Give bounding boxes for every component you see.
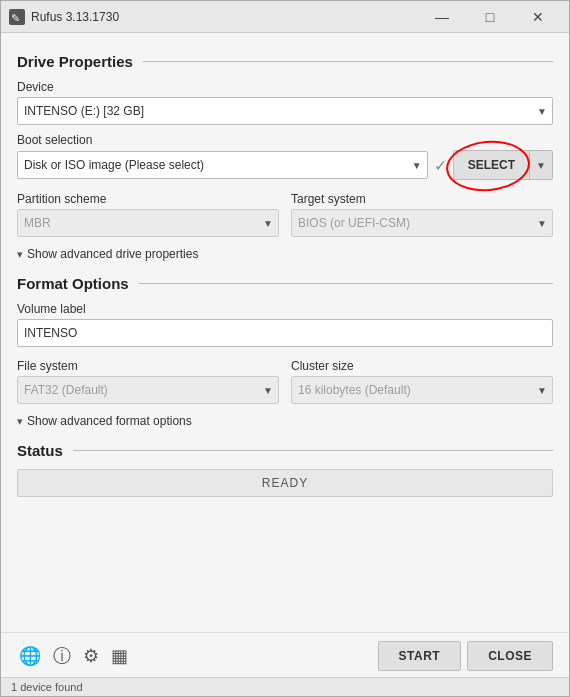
window-close-button[interactable]: ✕	[515, 2, 561, 32]
cluster-col: Cluster size 16 kilobytes (Default) ▼	[291, 351, 553, 404]
select-dropdown-button[interactable]: ▼	[530, 151, 552, 179]
status-title: Status	[17, 442, 63, 459]
bottom-icons: 🌐 ⓘ ⚙ ▦	[17, 642, 372, 670]
main-content: Drive Properties Device INTENSO (E:) [32…	[1, 33, 569, 632]
show-advanced-format-label: Show advanced format options	[27, 414, 192, 428]
target-system-label: Target system	[291, 192, 553, 206]
select-button-group: SELECT ▼	[453, 150, 553, 180]
device-count-text: 1 device found	[11, 681, 83, 693]
show-advanced-drive-button[interactable]: ▾ Show advanced drive properties	[17, 247, 553, 261]
main-window: ✎ Rufus 3.13.1730 — □ ✕ Drive Properties…	[0, 0, 570, 697]
maximize-button[interactable]: □	[467, 2, 513, 32]
format-options-header: Format Options	[17, 275, 553, 292]
format-options-title: Format Options	[17, 275, 129, 292]
svg-text:✎: ✎	[11, 12, 20, 24]
drive-properties-title: Drive Properties	[17, 53, 133, 70]
chevron-down-icon-2: ▾	[17, 415, 23, 428]
minimize-button[interactable]: —	[419, 2, 465, 32]
show-advanced-format-button[interactable]: ▾ Show advanced format options	[17, 414, 553, 428]
filesystem-select-wrapper: FAT32 (Default) ▼	[17, 376, 279, 404]
partition-scheme-select[interactable]: MBR	[17, 209, 279, 237]
select-main-button[interactable]: SELECT	[454, 151, 530, 179]
status-header: Status	[17, 442, 553, 459]
boot-selection-row: Disk or ISO image (Please select) ▼ ✓ SE…	[17, 150, 553, 180]
titlebar: ✎ Rufus 3.13.1730 — □ ✕	[1, 1, 569, 33]
close-button[interactable]: CLOSE	[467, 641, 553, 671]
check-icon: ✓	[434, 156, 447, 175]
boot-selection-select[interactable]: Disk or ISO image (Please select)	[17, 151, 428, 179]
target-system-select[interactable]: BIOS (or UEFI-CSM)	[291, 209, 553, 237]
device-select[interactable]: INTENSO (E:) [32 GB]	[17, 97, 553, 125]
partition-select-wrapper: MBR ▼	[17, 209, 279, 237]
filesystem-cluster-row: File system FAT32 (Default) ▼ Cluster si…	[17, 351, 553, 404]
file-system-label: File system	[17, 359, 279, 373]
status-divider	[73, 450, 553, 451]
device-label: Device	[17, 80, 553, 94]
boot-selection-label: Boot selection	[17, 133, 553, 147]
app-icon: ✎	[9, 9, 25, 25]
format-options-divider	[139, 283, 553, 284]
partition-scheme-label: Partition scheme	[17, 192, 279, 206]
partition-scheme-col: Partition scheme MBR ▼	[17, 184, 279, 237]
start-button[interactable]: START	[378, 641, 462, 671]
drive-properties-divider	[143, 61, 553, 62]
partition-target-row: Partition scheme MBR ▼ Target system BIO…	[17, 184, 553, 237]
target-system-col: Target system BIOS (or UEFI-CSM) ▼	[291, 184, 553, 237]
boot-select-wrapper: Disk or ISO image (Please select) ▼	[17, 151, 428, 179]
device-select-wrapper: INTENSO (E:) [32 GB] ▼	[17, 97, 553, 125]
show-advanced-drive-label: Show advanced drive properties	[27, 247, 198, 261]
volume-label-input[interactable]	[17, 319, 553, 347]
status-value: READY	[262, 476, 308, 490]
log-icon-button[interactable]: ▦	[109, 642, 130, 670]
cluster-size-select[interactable]: 16 kilobytes (Default)	[291, 376, 553, 404]
drive-properties-header: Drive Properties	[17, 53, 553, 70]
cluster-size-label: Cluster size	[291, 359, 553, 373]
cluster-select-wrapper: 16 kilobytes (Default) ▼	[291, 376, 553, 404]
filesystem-col: File system FAT32 (Default) ▼	[17, 351, 279, 404]
settings-icon-button[interactable]: ⚙	[81, 642, 101, 670]
volume-label-label: Volume label	[17, 302, 553, 316]
info-icon-button[interactable]: ⓘ	[51, 642, 73, 670]
status-bar: READY	[17, 469, 553, 497]
globe-icon-button[interactable]: 🌐	[17, 642, 43, 670]
file-system-select[interactable]: FAT32 (Default)	[17, 376, 279, 404]
chevron-down-icon: ▾	[17, 248, 23, 261]
window-controls: — □ ✕	[419, 2, 561, 32]
statusbar-bottom: 1 device found	[1, 677, 569, 696]
window-title: Rufus 3.13.1730	[31, 10, 413, 24]
target-select-wrapper: BIOS (or UEFI-CSM) ▼	[291, 209, 553, 237]
bottom-bar: 🌐 ⓘ ⚙ ▦ START CLOSE	[1, 632, 569, 677]
